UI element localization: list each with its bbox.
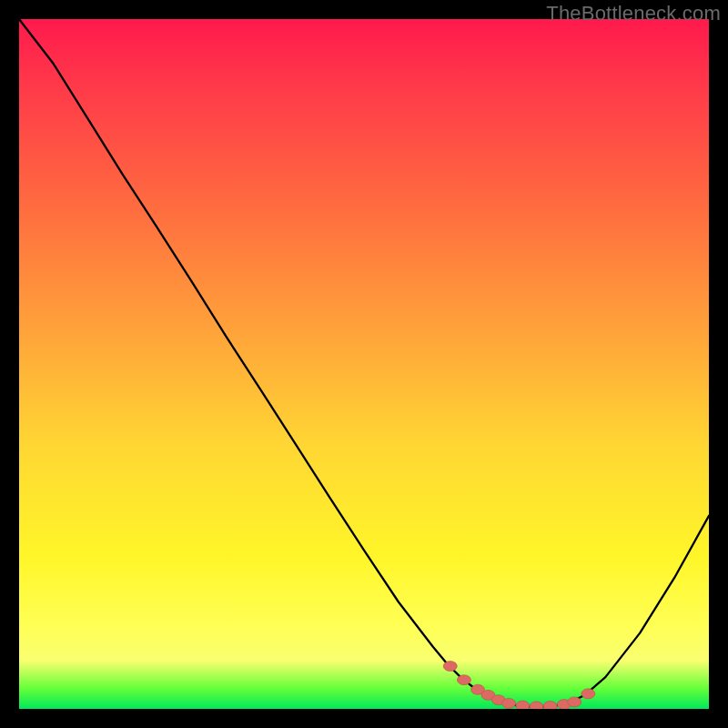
marker-dot bbox=[568, 697, 581, 707]
marker-dot bbox=[516, 701, 530, 709]
bottleneck-chart bbox=[19, 19, 709, 709]
marker-dot bbox=[457, 675, 470, 685]
bottleneck-curve-line bbox=[19, 19, 709, 707]
marker-dot bbox=[581, 689, 595, 699]
marker-dot bbox=[443, 662, 457, 672]
marker-dot bbox=[530, 702, 543, 709]
marker-dot bbox=[543, 701, 557, 709]
marker-dot bbox=[502, 698, 516, 708]
flat-region-markers bbox=[443, 662, 595, 710]
